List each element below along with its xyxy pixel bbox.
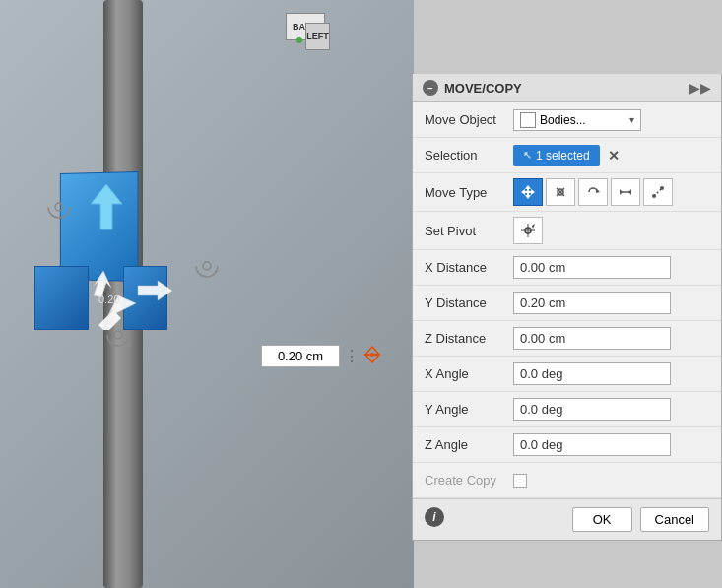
svg-marker-20: [620, 189, 623, 195]
svg-point-4: [48, 196, 70, 218]
x-distance-input[interactable]: [513, 256, 671, 279]
cube-face-left: LEFT: [305, 23, 330, 50]
svg-point-5: [55, 203, 63, 211]
selected-count: 1 selected: [536, 149, 590, 163]
distance-dots[interactable]: ⋮: [344, 349, 360, 364]
svg-point-12: [370, 353, 374, 357]
dropdown-arrow-icon: ▾: [629, 114, 634, 125]
move-type-control: [513, 178, 709, 206]
clear-selection-button[interactable]: ✕: [608, 148, 620, 163]
y-distance-label: Y Distance: [425, 295, 513, 310]
arc-indicator-2: [192, 251, 222, 284]
x-angle-control: [513, 362, 709, 385]
selection-label: Selection: [425, 148, 513, 163]
svg-marker-0: [91, 184, 122, 229]
svg-point-9: [114, 331, 122, 339]
panel-title-text: MOVE/COPY: [444, 81, 522, 96]
svg-point-8: [107, 324, 129, 346]
3d-viewport[interactable]: 0.20 0.20 cm ⋮ BACK LEFT: [0, 0, 414, 588]
panel-footer: i OK Cancel: [413, 498, 721, 540]
move-object-label: Move Object: [425, 112, 513, 127]
x-angle-input[interactable]: [513, 362, 671, 385]
move-type-align[interactable]: [611, 178, 640, 206]
z-angle-row: Z Angle: [413, 427, 721, 463]
create-copy-checkbox[interactable]: [513, 474, 527, 488]
z-distance-input[interactable]: [513, 327, 671, 350]
y-angle-control: [513, 398, 709, 421]
move-object-control: Bodies... ▾: [513, 109, 709, 131]
y-angle-input[interactable]: [513, 398, 671, 421]
set-pivot-label: Set Pivot: [425, 224, 513, 238]
move-type-label: Move Type: [425, 185, 513, 200]
move-arrows: [89, 251, 177, 333]
set-pivot-control: [513, 217, 709, 244]
svg-marker-17: [596, 188, 600, 193]
arc-indicator-3: [103, 320, 133, 353]
z-angle-control: [513, 433, 709, 456]
y-angle-label: Y Angle: [425, 402, 513, 417]
svg-marker-19: [628, 189, 631, 195]
z-distance-control: [513, 327, 709, 350]
up-arrow: [87, 182, 126, 234]
svg-marker-1: [138, 281, 172, 300]
selected-button[interactable]: ↖ 1 selected: [513, 145, 600, 166]
y-distance-row: Y Distance: [413, 286, 721, 321]
distance-value-box[interactable]: 0.20 cm: [261, 345, 340, 367]
move-type-rotate[interactable]: [578, 178, 608, 206]
arc-indicator-1: [44, 192, 74, 225]
orientation-cube[interactable]: BACK LEFT: [261, 5, 330, 59]
create-copy-control: [513, 474, 709, 488]
panel-pin-button[interactable]: ▶▶: [689, 80, 711, 96]
z-angle-input[interactable]: [513, 433, 671, 456]
z-angle-label: Z Angle: [425, 437, 513, 452]
move-type-row: Move Type: [413, 173, 721, 212]
panel-title-icon: −: [423, 80, 438, 96]
dropdown-icon: [520, 112, 536, 128]
object-label: 0.20: [98, 294, 119, 305]
z-distance-row: Z Distance: [413, 321, 721, 357]
cancel-button[interactable]: Cancel: [640, 507, 709, 532]
x-distance-label: X Distance: [425, 260, 513, 275]
ok-button[interactable]: OK: [572, 507, 632, 532]
svg-point-7: [203, 262, 211, 270]
move-type-free[interactable]: [546, 178, 575, 206]
panel-header: − MOVE/COPY ▶▶: [413, 74, 721, 102]
svg-point-6: [196, 255, 218, 277]
selection-row: Selection ↖ 1 selected ✕: [413, 138, 721, 173]
distance-display-group: 0.20 cm ⋮: [261, 345, 381, 367]
create-copy-row: Create Copy: [413, 463, 721, 498]
y-angle-row: Y Angle: [413, 392, 721, 427]
y-distance-control: [513, 292, 709, 314]
move-type-buttons: [513, 178, 673, 206]
create-copy-label: Create Copy: [425, 473, 513, 488]
svg-marker-27: [532, 224, 535, 229]
distance-icon[interactable]: [363, 346, 381, 367]
blue-block-left: [34, 266, 89, 330]
x-distance-row: X Distance: [413, 250, 721, 286]
set-pivot-row: Set Pivot: [413, 212, 721, 250]
cube-corner-dot: [296, 37, 302, 43]
x-angle-row: X Angle: [413, 357, 721, 392]
y-distance-input[interactable]: [513, 292, 671, 314]
panel-title: − MOVE/COPY: [423, 80, 522, 96]
x-angle-label: X Angle: [425, 366, 513, 381]
svg-line-23: [654, 188, 662, 196]
info-button[interactable]: i: [425, 507, 444, 527]
move-type-translate[interactable]: [513, 178, 543, 206]
bodies-label: Bodies...: [540, 113, 586, 127]
set-pivot-button[interactable]: [513, 217, 543, 244]
move-type-point[interactable]: [643, 178, 673, 206]
move-object-row: Move Object Bodies... ▾: [413, 102, 721, 138]
svg-marker-13: [521, 185, 535, 199]
cursor-icon: ↖: [523, 149, 532, 162]
x-distance-control: [513, 256, 709, 279]
selection-control: ↖ 1 selected ✕: [513, 145, 709, 166]
bodies-dropdown[interactable]: Bodies... ▾: [513, 109, 641, 131]
z-distance-label: Z Distance: [425, 331, 513, 346]
move-copy-panel: − MOVE/COPY ▶▶ Move Object Bodies... ▾ S…: [412, 74, 722, 541]
create-copy-label-text: Create Copy: [425, 473, 496, 488]
